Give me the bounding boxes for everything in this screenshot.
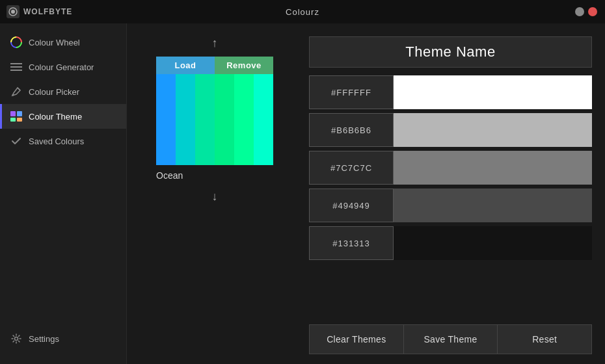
color-hex-btn-1[interactable]: #B6B6B6 [309,113,394,147]
logo-icon [7,5,20,18]
color-hex-btn-3[interactable]: #494949 [309,188,394,222]
right-panel: #FFFFFF #B6B6B6 #7C7C7C #494949 [302,23,605,364]
sidebar-label-colour-theme: Colour Theme [29,112,82,122]
app-logo: WOLFBYTE [7,5,72,18]
swatch-3 [215,74,234,165]
color-swatch-3[interactable] [394,188,592,222]
color-row-0: #FFFFFF [309,75,592,109]
logo-text: WOLFBYTE [23,7,72,16]
minimize-button[interactable] [575,7,584,16]
svg-rect-9 [17,111,22,116]
color-swatch-2[interactable] [394,151,592,185]
sidebar: Colour Wheel Colour Generator [0,23,127,364]
sidebar-label-saved-colours: Saved Colours [29,136,84,146]
svg-point-12 [15,337,18,341]
color-hex-btn-0[interactable]: #FFFFFF [309,75,394,109]
svg-rect-11 [17,118,22,122]
left-panel: ↑ Load Remove Ocean ↓ [127,23,302,364]
color-rows: #FFFFFF #B6B6B6 #7C7C7C #494949 [309,75,592,317]
window-controls [575,7,597,16]
colour-generator-icon [10,61,22,73]
svg-point-1 [11,10,15,14]
colour-wheel-icon [10,36,22,48]
arrow-down: ↓ [212,190,218,203]
clear-themes-button[interactable]: Clear Themes [309,324,404,354]
sidebar-label-colour-generator: Colour Generator [29,62,94,72]
main-layout: Colour Wheel Colour Generator [0,23,605,364]
settings-icon [10,333,22,344]
svg-rect-10 [10,118,16,122]
theme-card: Load Remove Ocean [156,57,273,181]
content-area: ↑ Load Remove Ocean ↓ [127,23,605,364]
theme-card-name: Ocean [156,170,273,181]
swatch-0 [156,74,176,165]
color-row-2: #7C7C7C [309,151,592,185]
sidebar-item-colour-wheel[interactable]: Colour Wheel [0,30,126,55]
sidebar-item-saved-colours[interactable]: Saved Colours [0,129,126,153]
sidebar-item-settings[interactable]: Settings [0,326,126,351]
sidebar-item-colour-picker[interactable]: Colour Picker [0,79,126,104]
sidebar-label-colour-picker: Colour Picker [29,87,79,97]
sidebar-item-colour-generator[interactable]: Colour Generator [0,55,126,79]
close-button[interactable] [588,7,597,16]
remove-button[interactable]: Remove [215,57,273,74]
action-buttons: Clear Themes Save Theme Reset [309,324,592,354]
load-button[interactable]: Load [156,57,215,74]
color-row-4: #131313 [309,226,592,260]
swatch-5 [254,74,273,165]
colour-theme-icon [10,110,22,122]
sidebar-label-colour-wheel: Colour Wheel [29,38,80,47]
save-theme-button[interactable]: Save Theme [404,324,498,354]
color-swatch-4[interactable] [394,226,592,260]
theme-name-input[interactable] [309,36,592,68]
reset-button[interactable]: Reset [498,324,592,354]
color-hex-btn-4[interactable]: #131313 [309,226,394,260]
arrow-up: ↑ [212,36,218,50]
colour-picker-icon [10,86,22,98]
color-swatch-0[interactable] [394,75,592,109]
svg-point-7 [12,94,14,96]
sidebar-bottom: Settings [0,320,126,358]
sidebar-label-settings: Settings [29,334,59,344]
color-row-1: #B6B6B6 [309,113,592,147]
color-swatch-1[interactable] [394,113,592,147]
theme-card-buttons: Load Remove [156,57,273,74]
color-row-3: #494949 [309,188,592,222]
swatch-1 [176,74,195,165]
color-hex-btn-2[interactable]: #7C7C7C [309,151,394,185]
swatch-2 [195,74,215,165]
titlebar: WOLFBYTE Colourz [0,0,605,23]
app-title: Colourz [286,7,319,17]
sidebar-item-colour-theme[interactable]: Colour Theme [0,104,126,129]
theme-card-swatches [156,74,273,165]
svg-rect-8 [10,111,16,116]
swatch-4 [234,74,254,165]
saved-colours-icon [10,135,22,147]
